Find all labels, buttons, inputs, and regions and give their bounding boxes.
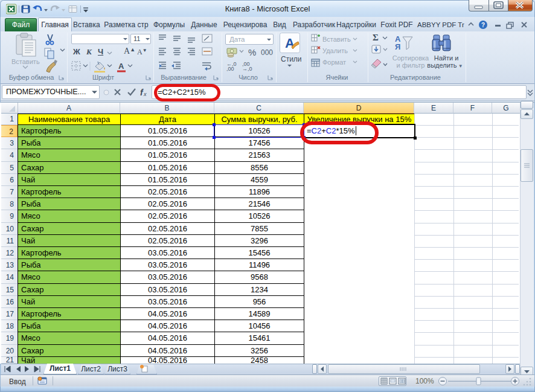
svg-text:,00: ,00	[226, 66, 234, 71]
svg-text:?: ?	[481, 22, 485, 28]
svg-text:%: %	[248, 47, 256, 57]
svg-text:A: A	[118, 62, 124, 71]
svg-text:x: x	[143, 91, 147, 97]
svg-text:Я: Я	[395, 42, 400, 51]
svg-text:→,0: →,0	[242, 66, 252, 71]
svg-text:000: 000	[261, 48, 273, 57]
